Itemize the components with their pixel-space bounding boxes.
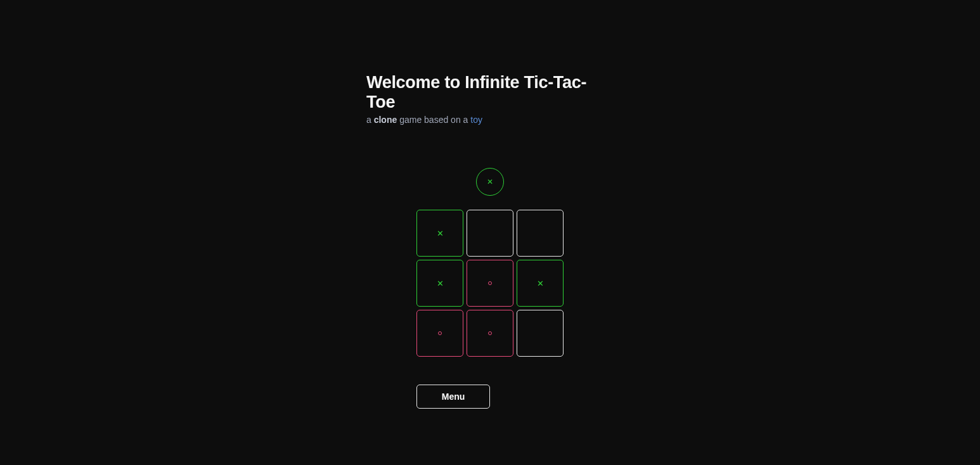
x-icon: ✕ <box>437 229 444 238</box>
page-subtitle: a clone game based on a toy <box>366 115 607 125</box>
o-icon <box>488 281 492 285</box>
o-icon <box>488 331 492 335</box>
o-icon <box>438 331 442 335</box>
subtitle-prefix: a <box>366 115 374 125</box>
x-icon: ✕ <box>537 279 544 288</box>
board-cell-0[interactable]: ✕ <box>416 210 463 257</box>
turn-indicator: ✕ <box>476 168 504 196</box>
board-cell-8[interactable] <box>517 310 564 357</box>
board-cell-1[interactable] <box>467 210 513 257</box>
board-cell-4[interactable] <box>467 260 513 307</box>
board-cell-7[interactable] <box>467 310 513 357</box>
menu-button[interactable]: Menu <box>416 385 490 409</box>
board-cell-3[interactable]: ✕ <box>416 260 463 307</box>
page-header: Welcome to Infinite Tic-Tac-Toe a clone … <box>366 73 607 125</box>
subtitle-bold: clone <box>374 115 397 125</box>
board-cell-2[interactable] <box>517 210 564 257</box>
board-cell-6[interactable] <box>416 310 463 357</box>
board-cell-5[interactable]: ✕ <box>517 260 564 307</box>
game-board: ✕ ✕ ✕ <box>416 210 564 357</box>
subtitle-mid: game based on a <box>397 115 470 125</box>
x-icon: ✕ <box>487 177 493 186</box>
subtitle-link[interactable]: toy <box>470 115 482 125</box>
menu-wrap: Menu <box>416 371 564 409</box>
x-icon: ✕ <box>437 279 444 288</box>
game-container: Welcome to Infinite Tic-Tac-Toe a clone … <box>0 0 980 409</box>
page-title: Welcome to Infinite Tic-Tac-Toe <box>366 73 607 112</box>
board-wrapper: ✕ ✕ ✕ ✕ Menu <box>416 125 564 409</box>
